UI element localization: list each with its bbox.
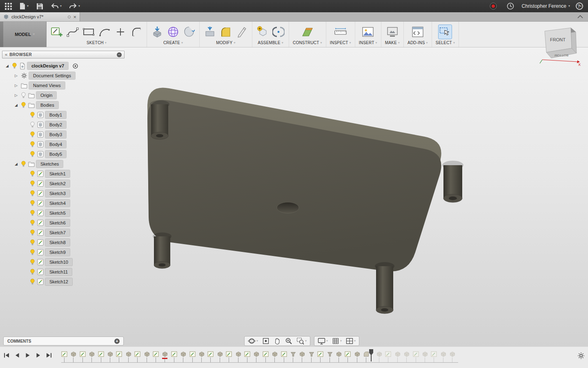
visibility-bulb-icon[interactable] — [29, 200, 35, 207]
visibility-bulb-icon[interactable] — [29, 171, 35, 177]
tree-item-label[interactable]: Sketch11 — [45, 268, 72, 276]
tree-item-label[interactable]: Sketch3 — [45, 190, 70, 197]
timeline-feature-extrude[interactable] — [336, 351, 342, 357]
fillet-icon[interactable] — [219, 25, 232, 39]
tree-item-label[interactable]: Document Settings — [29, 72, 75, 79]
point-icon[interactable] — [114, 25, 127, 39]
grid-display-icon[interactable]: ▾ — [330, 337, 344, 346]
expand-node-icon[interactable]: ▷ — [13, 83, 19, 88]
visibility-bulb-icon[interactable] — [29, 269, 35, 276]
visibility-bulb-icon[interactable] — [29, 180, 35, 187]
visibility-bulb-icon[interactable] — [29, 249, 35, 256]
add-comment-icon[interactable]: + — [114, 339, 120, 344]
timeline-feature-extrude[interactable] — [394, 351, 401, 357]
model-canvas[interactable]: « BROWSER − ◢clockDesign v7▷Document Set… — [0, 47, 588, 347]
tree-item-label[interactable]: Sketch9 — [45, 249, 70, 256]
timeline-feature-sketch[interactable] — [134, 351, 141, 357]
tree-item-label[interactable]: Named Views — [29, 82, 65, 89]
tree-item-label[interactable]: clockDesign v7 — [27, 62, 68, 70]
tree-item-label[interactable]: Sketch10 — [45, 258, 72, 266]
construct-plane-icon[interactable] — [301, 25, 314, 39]
expand-node-icon[interactable]: ▷ — [13, 74, 19, 78]
expand-node-icon[interactable]: ▷ — [13, 93, 19, 97]
ribbon-menu-construct[interactable]: CONSTRUCT▾ — [293, 40, 322, 45]
tab-close-icon[interactable]: × — [73, 14, 76, 20]
extrude-icon[interactable] — [151, 25, 164, 39]
visibility-bulb-icon[interactable] — [20, 161, 26, 168]
step-forward-icon[interactable] — [34, 351, 42, 359]
display-settings-icon[interactable]: ▾ — [316, 337, 330, 346]
collapse-node-icon[interactable]: ◢ — [4, 64, 10, 68]
tree-item-label[interactable]: Sketches — [36, 160, 63, 168]
fillet-sk-icon[interactable] — [130, 25, 143, 39]
file-menu-icon[interactable]: ▾ — [17, 0, 31, 12]
tree-item-label[interactable]: Sketch1 — [45, 170, 70, 177]
tree-item-label[interactable]: Body3 — [45, 131, 66, 138]
timeline-feature-extrude[interactable] — [422, 351, 428, 357]
save-icon[interactable] — [34, 0, 45, 12]
make-icon[interactable] — [386, 25, 399, 39]
collapse-node-icon[interactable]: ◢ — [13, 103, 19, 107]
go-to-start-icon[interactable] — [2, 351, 11, 359]
tree-item-label[interactable]: Body5 — [45, 150, 66, 158]
visibility-bulb-icon[interactable] — [29, 229, 35, 236]
timeline-settings-gear-icon[interactable] — [577, 352, 585, 359]
timeline-feature-sketch[interactable] — [345, 351, 351, 357]
timeline-feature-extrude[interactable] — [180, 351, 187, 357]
tree-item-label[interactable]: Body2 — [45, 121, 66, 128]
help-icon[interactable]: ?▾ — [576, 2, 583, 10]
tree-item-label[interactable]: Body1 — [45, 111, 66, 119]
addins-icon[interactable] — [411, 25, 424, 39]
new-component-icon[interactable] — [256, 25, 269, 39]
ribbon-menu-insert[interactable]: INSERT▾ — [359, 40, 377, 45]
visibility-bulb-icon[interactable] — [20, 102, 26, 109]
ribbon-menu-create[interactable]: CREATE▾ — [163, 40, 183, 45]
timeline-feature-sketch[interactable] — [61, 351, 68, 357]
timeline-feature-sketch[interactable] — [153, 351, 159, 357]
visibility-bulb-icon[interactable] — [29, 151, 35, 158]
timeline-feature-hole[interactable] — [327, 351, 333, 357]
user-menu[interactable]: Christopher Ference▾ — [522, 3, 570, 9]
visibility-bulb-icon[interactable] — [29, 112, 35, 119]
workspace-selector[interactable]: MODEL ▾ — [3, 22, 47, 47]
undo-icon[interactable]: ▾ — [49, 0, 64, 12]
ribbon-menu-modify[interactable]: MODIFY▾ — [216, 40, 235, 45]
go-to-end-icon[interactable] — [45, 351, 53, 359]
revolve-icon[interactable] — [183, 25, 196, 39]
collapse-toolbar-icon[interactable] — [572, 12, 588, 21]
measure-icon[interactable] — [334, 25, 347, 39]
visibility-bulb-icon[interactable] — [29, 210, 35, 217]
browser-collapse-icon[interactable]: « — [5, 52, 7, 57]
tree-item-label[interactable]: Sketch6 — [45, 219, 70, 227]
spline-icon[interactable] — [66, 25, 79, 39]
view-cube[interactable]: FRONT BOTTOM X — [536, 24, 581, 66]
visibility-bulb-icon[interactable] — [29, 278, 35, 285]
timeline-feature-sketch[interactable] — [80, 351, 86, 357]
timeline-feature-sketch[interactable] — [431, 351, 437, 357]
timeline-feature-sketch[interactable] — [171, 351, 178, 357]
timeline-feature-hole[interactable] — [308, 351, 315, 357]
visibility-bulb-icon[interactable] — [29, 190, 35, 197]
insert-image-icon[interactable] — [361, 25, 374, 39]
select-icon[interactable] — [439, 25, 452, 39]
visibility-bulb-icon[interactable] — [11, 63, 17, 70]
timeline-feature-sketch[interactable] — [385, 351, 392, 357]
step-back-icon[interactable] — [13, 351, 21, 359]
orbit-icon[interactable]: ▾ — [246, 337, 260, 346]
visibility-bulb-icon[interactable] — [29, 121, 35, 128]
app-grid-icon[interactable] — [2, 0, 14, 12]
look-at-icon[interactable] — [260, 337, 272, 346]
timeline-feature-sketch[interactable] — [413, 351, 419, 357]
ribbon-menu-assemble[interactable]: ASSEMBLE▾ — [258, 40, 283, 45]
timeline-feature-sketch[interactable] — [263, 351, 269, 357]
browser-minimize-icon[interactable]: − — [117, 52, 122, 57]
zoom-icon[interactable] — [283, 337, 294, 346]
timeline-feature-extrude[interactable] — [235, 351, 242, 357]
timeline-feature-sketch[interactable] — [116, 351, 122, 357]
timeline-feature-extrude[interactable] — [217, 351, 223, 357]
timeline-feature-extrude[interactable] — [198, 351, 205, 357]
timeline-feature-extrude[interactable] — [403, 351, 410, 357]
visibility-bulb-icon[interactable] — [29, 220, 35, 227]
tree-item-label[interactable]: Origin — [36, 92, 56, 99]
tree-item-label[interactable]: Sketch8 — [45, 239, 70, 246]
